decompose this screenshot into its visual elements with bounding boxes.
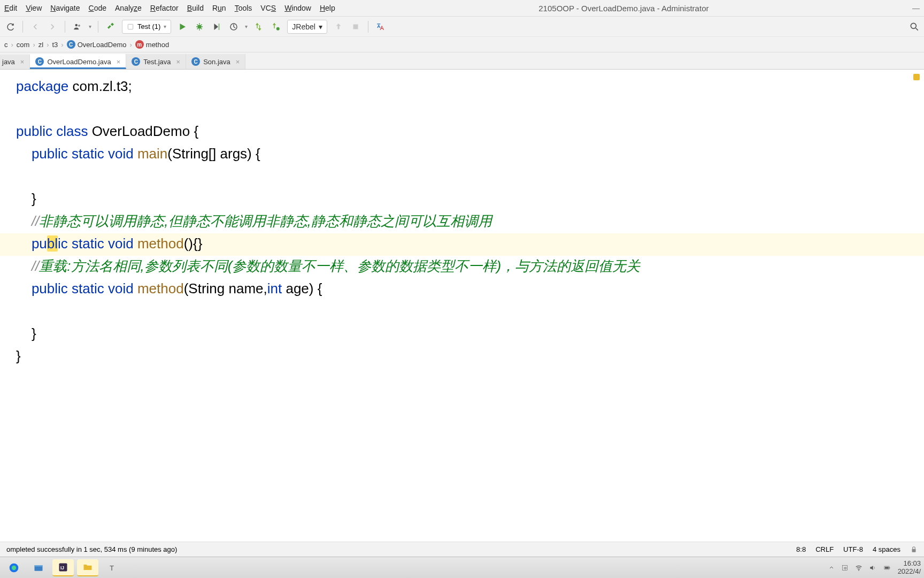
close-icon[interactable]: × — [236, 58, 240, 66]
svg-rect-6 — [353, 24, 358, 29]
tab-overloaddemo[interactable]: C OverLoadDemo.java × — [30, 54, 126, 69]
users-icon[interactable] — [72, 21, 83, 33]
search-everywhere-icon[interactable] — [909, 21, 920, 32]
breadcrumb-4[interactable]: C OverLoadDemo — [67, 40, 127, 49]
breadcrumb-5[interactable]: m method — [135, 40, 169, 49]
class-icon: C — [191, 57, 200, 66]
file-encoding[interactable]: UTF-8 — [843, 545, 863, 553]
svg-point-18 — [858, 569, 859, 571]
stop-button — [350, 21, 361, 33]
svg-rect-2 — [128, 24, 133, 29]
menu-edit[interactable]: Edit — [4, 4, 17, 12]
svg-point-0 — [75, 24, 78, 26]
coverage-button[interactable] — [211, 21, 222, 33]
indent-config[interactable]: 4 spaces — [873, 545, 900, 553]
breadcrumb-0[interactable]: c — [4, 41, 8, 49]
status-bar: ompleted successfully in 1 sec, 534 ms (… — [0, 542, 924, 557]
caret-position[interactable]: 8:8 — [796, 545, 806, 553]
menu-code[interactable]: Code — [89, 4, 106, 12]
warning-stripe-icon[interactable] — [913, 74, 920, 80]
tab-test[interactable]: C Test.java × — [126, 54, 186, 69]
chevron-down-icon: ▾ — [319, 22, 322, 31]
svg-rect-12 — [35, 565, 43, 567]
menubar: Edit View Navigate Code Analyze Refactor… — [0, 0, 924, 16]
chevron-down-icon: ▾ — [164, 24, 166, 29]
profile-button[interactable] — [228, 21, 240, 33]
code-editor[interactable]: package com.zl.t3; public class OverLoad… — [0, 70, 924, 542]
editor-tabs: java × C OverLoadDemo.java × C Test.java… — [0, 52, 924, 70]
close-icon[interactable]: × — [176, 58, 181, 66]
run-button[interactable] — [176, 21, 188, 33]
jrebel-debug-icon[interactable] — [270, 21, 282, 33]
jrebel-dropdown[interactable]: JRebel ▾ — [287, 20, 327, 34]
task-folder[interactable] — [77, 559, 98, 576]
tray-sound-icon[interactable] — [869, 564, 876, 572]
svg-rect-21 — [885, 567, 889, 569]
svg-rect-8 — [912, 549, 916, 552]
git-update-icon — [333, 21, 344, 33]
task-typora[interactable]: T — [102, 559, 123, 576]
menu-refactor[interactable]: Refactor — [150, 4, 179, 12]
close-icon[interactable]: × — [117, 58, 121, 66]
window-title: 2105OOP - OverLoadDemo.java - Administra… — [344, 4, 904, 13]
class-icon: C — [67, 40, 75, 49]
jrebel-run-icon[interactable] — [253, 21, 265, 33]
minimize-button[interactable]: — — [912, 4, 920, 12]
main-toolbar: ▾ Test (1) ▾ ▾ JRebel ▾ — [0, 16, 924, 36]
menu-vcs[interactable]: VCS — [260, 4, 276, 12]
close-icon[interactable]: × — [20, 58, 25, 66]
svg-point-1 — [78, 24, 80, 26]
menu-tools[interactable]: Tools — [235, 4, 252, 12]
debug-button[interactable] — [194, 21, 205, 33]
breadcrumb-1[interactable]: com — [17, 41, 30, 49]
tray-chevron-icon[interactable] — [828, 565, 835, 571]
system-tray: 中 16:03 2022/4/ — [828, 560, 921, 576]
sync-icon[interactable] — [4, 21, 16, 33]
run-config-selector[interactable]: Test (1) ▾ — [122, 20, 171, 34]
lock-icon[interactable] — [910, 546, 918, 553]
tab-son[interactable]: C Son.java × — [186, 54, 245, 69]
class-icon: C — [35, 57, 44, 66]
task-intellij[interactable]: IJ — [52, 559, 74, 576]
hammer-icon[interactable] — [105, 21, 117, 33]
back-button[interactable] — [29, 21, 41, 33]
os-taskbar: IJ T 中 16:03 2022/4/ — [0, 557, 924, 578]
menu-build[interactable]: Build — [187, 4, 204, 12]
svg-point-10 — [12, 565, 16, 569]
svg-point-5 — [276, 27, 280, 30]
task-explorer[interactable] — [28, 559, 49, 576]
class-icon: C — [132, 57, 140, 66]
menu-navigate[interactable]: Navigate — [50, 4, 80, 12]
line-separator[interactable]: CRLF — [815, 545, 834, 553]
task-edge[interactable] — [3, 559, 25, 576]
method-icon: m — [135, 40, 144, 49]
svg-point-3 — [198, 25, 202, 29]
breadcrumb-2[interactable]: zl — [38, 41, 43, 49]
svg-point-7 — [911, 23, 916, 28]
menu-run[interactable]: Run — [212, 4, 226, 12]
svg-text:IJ: IJ — [60, 565, 64, 571]
svg-text:中: 中 — [843, 566, 846, 569]
tray-clock[interactable]: 16:03 2022/4/ — [898, 560, 921, 576]
menu-analyze[interactable]: Analyze — [115, 4, 142, 12]
run-config-label: Test (1) — [137, 22, 160, 31]
forward-button[interactable] — [47, 21, 58, 33]
svg-text:T: T — [110, 564, 114, 572]
jrebel-label: JRebel — [292, 22, 315, 31]
menu-help[interactable]: Help — [320, 4, 335, 12]
breadcrumb-bar: c › com › zl › t3 › C OverLoadDemo › m m… — [0, 36, 924, 52]
breadcrumb-3[interactable]: t3 — [52, 41, 58, 49]
tray-wifi-icon[interactable] — [855, 564, 863, 572]
tray-ime-icon[interactable]: 中 — [841, 564, 849, 572]
svg-rect-20 — [889, 567, 890, 568]
translate-icon[interactable] — [375, 21, 387, 33]
tray-battery-icon[interactable] — [883, 564, 891, 572]
status-message: ompleted successfully in 1 sec, 534 ms (… — [6, 545, 177, 553]
tab-java[interactable]: java × — [0, 55, 30, 69]
menu-window[interactable]: Window — [284, 4, 311, 12]
menu-view[interactable]: View — [26, 4, 42, 12]
